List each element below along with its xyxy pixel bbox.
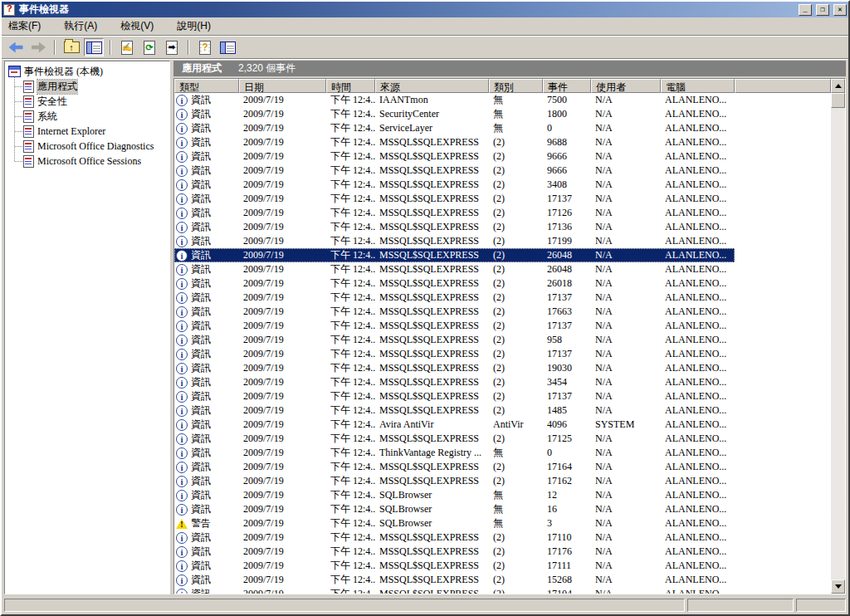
minimize-button[interactable]: _ bbox=[799, 4, 812, 16]
cell-type: 資訊 bbox=[174, 418, 239, 432]
forward-button[interactable] bbox=[28, 38, 48, 56]
tree-item-system[interactable]: 系統 bbox=[14, 109, 168, 124]
back-button[interactable] bbox=[6, 38, 26, 56]
tree-item-security[interactable]: 安全性 bbox=[14, 94, 168, 109]
triangle-down-icon bbox=[835, 584, 842, 589]
event-type-label: 資訊 bbox=[191, 375, 211, 389]
properties-button[interactable]: ✍ bbox=[117, 38, 137, 56]
table-row[interactable]: 資訊 2009/7/19 下午 12:4... ThinkVantage Reg… bbox=[174, 446, 735, 460]
column-header-event[interactable]: 事件 bbox=[543, 79, 591, 93]
status-bar bbox=[2, 596, 848, 614]
table-row[interactable]: 資訊 2009/7/19 下午 12:4... MSSQL$SQLEXPRESS… bbox=[174, 347, 735, 361]
log-icon bbox=[23, 95, 34, 108]
table-row[interactable]: 資訊 2009/7/19 下午 12:4... Avira AntiVir An… bbox=[174, 418, 735, 432]
table-row[interactable]: 資訊 2009/7/19 下午 12:4... MSSQL$SQLEXPRESS… bbox=[174, 361, 735, 375]
table-row[interactable]: 資訊 2009/7/19 下午 12:4... MSSQL$SQLEXPRESS… bbox=[174, 164, 735, 178]
table-row[interactable]: 資訊 2009/7/19 下午 12:4... MSSQL$SQLEXPRESS… bbox=[174, 178, 735, 192]
table-row[interactable]: 資訊 2009/7/19 下午 12:4... MSSQL$SQLEXPRESS… bbox=[174, 545, 735, 559]
table-row[interactable]: 資訊 2009/7/19 下午 12:4... MSSQL$SQLEXPRESS… bbox=[174, 389, 735, 403]
column-header-time[interactable]: 時間 bbox=[326, 79, 375, 93]
close-button[interactable]: ✕ bbox=[833, 4, 847, 16]
cell-time: 下午 12:4... bbox=[326, 276, 375, 291]
cell-time: 下午 12:4... bbox=[326, 587, 375, 594]
event-type-icon bbox=[176, 433, 188, 445]
table-row[interactable]: 資訊 2009/7/19 下午 12:4... MSSQL$SQLEXPRESS… bbox=[174, 375, 735, 389]
column-header-user[interactable]: 使用者 bbox=[591, 79, 661, 93]
table-row[interactable]: 資訊 2009/7/19 下午 12:4... MSSQL$SQLEXPRESS… bbox=[174, 305, 735, 319]
column-header-category[interactable]: 類別 bbox=[489, 79, 543, 93]
scroll-up-button[interactable] bbox=[831, 79, 845, 93]
up-one-level-button[interactable] bbox=[61, 38, 81, 56]
table-row[interactable]: 資訊 2009/7/19 下午 12:4... MSSQL$SQLEXPRESS… bbox=[174, 432, 735, 446]
cell-event: 17137 bbox=[543, 389, 591, 403]
event-type-icon bbox=[176, 306, 188, 318]
cell-category: 無 bbox=[489, 107, 543, 121]
cell-type: 資訊 bbox=[174, 432, 239, 446]
table-row[interactable]: 資訊 2009/7/19 下午 12:4... MSSQL$SQLEXPRESS… bbox=[174, 460, 735, 474]
menu-file[interactable]: 檔案(F) bbox=[7, 17, 42, 35]
scrollbar-thumb[interactable] bbox=[831, 93, 845, 108]
cell-category: (2) bbox=[489, 305, 543, 319]
table-row[interactable]: 資訊 2009/7/19 下午 12:4... MSSQL$SQLEXPRESS… bbox=[174, 403, 735, 418]
title-bar[interactable]: 事件檢視器 _ ❐ ✕ bbox=[2, 2, 848, 17]
refresh-button[interactable]: ⟳ bbox=[139, 38, 159, 56]
table-row[interactable]: 資訊 2009/7/19 下午 12:4... MSSQL$SQLEXPRESS… bbox=[174, 248, 735, 262]
tree-item-internet-explorer[interactable]: Internet Explorer bbox=[14, 124, 168, 139]
cell-source: MSSQL$SQLEXPRESS bbox=[375, 164, 489, 178]
table-row[interactable]: 資訊 2009/7/19 下午 12:4... MSSQL$SQLEXPRESS… bbox=[174, 291, 735, 305]
event-type-label: 資訊 bbox=[191, 305, 211, 319]
scroll-down-button[interactable] bbox=[831, 579, 845, 594]
table-row[interactable]: 資訊 2009/7/19 下午 12:4... MSSQL$SQLEXPRESS… bbox=[174, 474, 735, 488]
menu-help[interactable]: 說明(H) bbox=[175, 17, 212, 35]
table-row[interactable]: 資訊 2009/7/19 下午 12:4... MSSQL$SQLEXPRESS… bbox=[174, 587, 735, 594]
tree-item-application[interactable]: 應用程式 bbox=[14, 79, 168, 94]
table-row[interactable]: 資訊 2009/7/19 下午 12:4... MSSQL$SQLEXPRESS… bbox=[174, 192, 735, 206]
cell-time: 下午 12:4... bbox=[326, 135, 375, 149]
menu-action[interactable]: 執行(A) bbox=[62, 17, 99, 35]
cell-user: N/A bbox=[591, 347, 661, 361]
table-row[interactable]: 資訊 2009/7/19 下午 12:4... MSSQL$SQLEXPRESS… bbox=[174, 530, 735, 545]
cell-type: 資訊 bbox=[174, 149, 239, 164]
restore-button[interactable]: ❐ bbox=[816, 4, 829, 16]
cell-type: 資訊 bbox=[174, 361, 239, 375]
cell-event: 17137 bbox=[543, 192, 591, 206]
column-header-computer[interactable]: 電腦 bbox=[661, 79, 735, 93]
table-row[interactable]: 資訊 2009/7/19 下午 12:4... MSSQL$SQLEXPRESS… bbox=[174, 206, 735, 220]
table-row[interactable]: 資訊 2009/7/19 下午 12:4... MSSQL$SQLEXPRESS… bbox=[174, 559, 735, 573]
show-console-tree-button[interactable] bbox=[84, 38, 104, 56]
cell-date: 2009/7/19 bbox=[239, 488, 326, 502]
table-row[interactable]: 資訊 2009/7/19 下午 12:4... SQLBrowser 無 12 … bbox=[174, 488, 735, 502]
table-row[interactable]: 資訊 2009/7/19 下午 12:4... IAANTmon 無 7500 … bbox=[174, 93, 735, 107]
table-row[interactable]: 資訊 2009/7/19 下午 12:4... SQLBrowser 無 16 … bbox=[174, 502, 735, 516]
help-button[interactable]: ? bbox=[195, 38, 215, 56]
event-type-icon bbox=[176, 264, 188, 276]
table-row[interactable]: 資訊 2009/7/19 下午 12:4... ServiceLayer 無 0… bbox=[174, 121, 735, 135]
tree-children: 應用程式 安全性 系統 Internet Explorer Microsoft … bbox=[14, 79, 168, 169]
tree-item-office-sessions[interactable]: Microsoft Office Sessions bbox=[14, 154, 168, 169]
column-header-date[interactable]: 日期 bbox=[239, 79, 326, 93]
event-type-icon bbox=[176, 560, 188, 572]
table-row[interactable]: 警告 2009/7/19 下午 12:4... SQLBrowser 無 3 N… bbox=[174, 516, 735, 530]
table-row[interactable]: 資訊 2009/7/19 下午 12:4... MSSQL$SQLEXPRESS… bbox=[174, 319, 735, 333]
vertical-scrollbar[interactable] bbox=[831, 79, 845, 594]
menu-view[interactable]: 檢視(V) bbox=[119, 17, 155, 35]
cell-user: N/A bbox=[591, 276, 661, 291]
tree-root-event-viewer[interactable]: 事件檢視器 (本機) bbox=[7, 64, 168, 79]
event-type-label: 資訊 bbox=[191, 545, 211, 559]
console-tree-icon bbox=[86, 42, 102, 54]
table-row[interactable]: 資訊 2009/7/19 下午 12:4... SecurityCenter 無… bbox=[174, 107, 735, 121]
tree-item-office-diagnostics[interactable]: Microsoft Office Diagnostics bbox=[14, 139, 168, 154]
export-list-button[interactable]: ➡ bbox=[162, 38, 182, 56]
table-row[interactable]: 資訊 2009/7/19 下午 12:4... MSSQL$SQLEXPRESS… bbox=[174, 234, 735, 248]
table-row[interactable]: 資訊 2009/7/19 下午 12:4... MSSQL$SQLEXPRESS… bbox=[174, 573, 735, 587]
table-row[interactable]: 資訊 2009/7/19 下午 12:4... MSSQL$SQLEXPRESS… bbox=[174, 220, 735, 234]
table-row[interactable]: 資訊 2009/7/19 下午 12:4... MSSQL$SQLEXPRESS… bbox=[174, 276, 735, 291]
cell-time: 下午 12:4... bbox=[326, 121, 375, 135]
table-row[interactable]: 資訊 2009/7/19 下午 12:4... MSSQL$SQLEXPRESS… bbox=[174, 333, 735, 347]
table-row[interactable]: 資訊 2009/7/19 下午 12:4... MSSQL$SQLEXPRESS… bbox=[174, 262, 735, 276]
column-header-source[interactable]: 來源 bbox=[375, 79, 489, 93]
column-header-type[interactable]: 類型 bbox=[174, 79, 239, 93]
table-row[interactable]: 資訊 2009/7/19 下午 12:4... MSSQL$SQLEXPRESS… bbox=[174, 135, 735, 149]
show-hide-pane-button[interactable] bbox=[217, 38, 237, 56]
table-row[interactable]: 資訊 2009/7/19 下午 12:4... MSSQL$SQLEXPRESS… bbox=[174, 149, 735, 164]
